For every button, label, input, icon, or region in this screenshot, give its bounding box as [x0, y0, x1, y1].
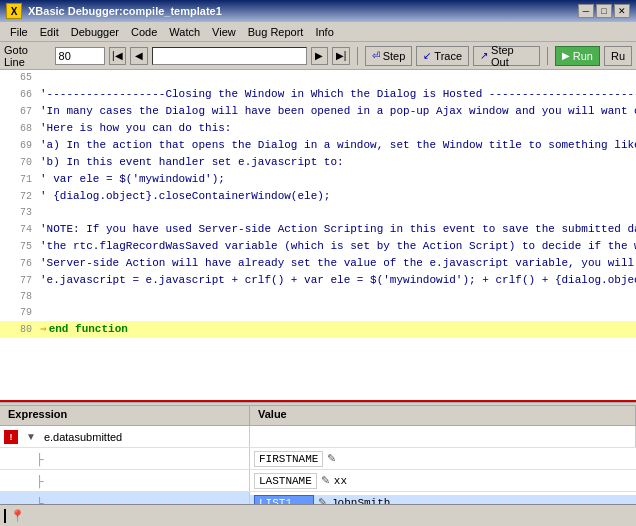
- watch-subrow-left-firstname: ├: [0, 448, 250, 469]
- watch-header: Expression Value: [0, 406, 636, 426]
- nav-prev-button[interactable]: ◀: [130, 47, 148, 65]
- goto-section: Goto Line: [4, 44, 105, 68]
- watch-subrow-lastname: ├ LASTNAME ✎ xx: [0, 470, 636, 492]
- trace-button[interactable]: ↙ Trace: [416, 46, 469, 66]
- menu-code[interactable]: Code: [125, 24, 163, 40]
- watch-row-0: ! ▼ e.datasubmitted: [0, 426, 636, 448]
- sep1: [357, 47, 358, 65]
- watch-val-list1: JohnSmith: [331, 497, 390, 505]
- arrow-marker: ⇒: [40, 321, 47, 337]
- window-title: XBasic Debugger:compile_template1: [28, 5, 572, 17]
- watch-key-firstname: FIRSTNAME: [254, 451, 323, 467]
- watch-val-0: [250, 426, 636, 447]
- status-bar: 📍: [0, 504, 636, 526]
- menu-bar: File Edit Debugger Code Watch View Bug R…: [0, 22, 636, 42]
- tree-indent-icon: ├: [36, 453, 44, 465]
- edit-lastname-icon[interactable]: ✎: [321, 474, 330, 487]
- menu-watch[interactable]: Watch: [163, 24, 206, 40]
- edit-list1-icon[interactable]: ✎: [318, 496, 327, 504]
- watch-subrow-left-lastname: ├: [0, 470, 250, 491]
- watch-expr-text-0: e.datasubmitted: [44, 431, 122, 443]
- code-line-72: 72 ' {dialog.object}.closeContainerWindo…: [0, 188, 636, 205]
- watch-error-icon: !: [4, 430, 18, 444]
- code-line-69: 69 'a) In the action that opens the Dial…: [0, 137, 636, 154]
- watch-table: ! ▼ e.datasubmitted ├ FIRSTNAME ✎: [0, 426, 636, 504]
- nav-last-button[interactable]: ▶|: [332, 47, 350, 65]
- watch-key-lastname: LASTNAME: [254, 473, 317, 489]
- code-line-77: 77 'e.javascript = e.javascript + crlf()…: [0, 272, 636, 289]
- col-header-value: Value: [250, 406, 636, 425]
- code-line-79: 79: [0, 305, 636, 321]
- menu-edit[interactable]: Edit: [34, 24, 65, 40]
- watch-val-lastname: xx: [334, 475, 347, 487]
- watch-subrow-list1: └ LIST1 ✎ JohnSmith: [0, 492, 636, 504]
- code-line-73: 73: [0, 205, 636, 221]
- nav-input[interactable]: [152, 47, 307, 65]
- watch-expr-0: ! ▼ e.datasubmitted: [0, 426, 250, 447]
- cursor-icon: 📍: [10, 509, 25, 523]
- goto-input[interactable]: [55, 47, 105, 65]
- code-line-74: 74 'NOTE: If you have used Server-side A…: [0, 221, 636, 238]
- step-icon: ⏎: [372, 50, 380, 61]
- menu-info[interactable]: Info: [309, 24, 339, 40]
- code-line-68: 68 'Here is how you can do this:: [0, 120, 636, 137]
- tree-indent-icon-2: ├: [36, 475, 44, 487]
- code-line-70: 70 'b) In this event handler set e.javas…: [0, 154, 636, 171]
- code-line-76: 76 'Server-side Action will have already…: [0, 255, 636, 272]
- toolbar: Goto Line |◀ ◀ ▶ ▶| ⏎ Step ↙ Trace ↗ Ste…: [0, 42, 636, 70]
- run-button[interactable]: ▶ Run: [555, 46, 600, 66]
- run2-button[interactable]: Ru: [604, 46, 632, 66]
- code-line-75: 75 'the rtc.flagRecordWasSaved variable …: [0, 238, 636, 255]
- code-line-65: 65: [0, 70, 636, 86]
- step-button[interactable]: ⏎ Step: [365, 46, 413, 66]
- cursor-blink: [4, 509, 6, 523]
- code-line-66: 66 '------------------Closing the Window…: [0, 86, 636, 103]
- trace-icon: ↙: [423, 50, 431, 61]
- col-header-expression: Expression: [0, 406, 250, 425]
- watch-subrow-right-list1: LIST1 ✎ JohnSmith: [250, 495, 636, 505]
- menu-debugger[interactable]: Debugger: [65, 24, 125, 40]
- watch-panel: Expression Value ! ▼ e.datasubmitted: [0, 406, 636, 526]
- minimize-button[interactable]: ─: [578, 4, 594, 18]
- tree-indent-icon-3: └: [36, 497, 44, 505]
- code-line-78: 78: [0, 289, 636, 305]
- maximize-button[interactable]: □: [596, 4, 612, 18]
- code-editor[interactable]: 65 66 '------------------Closing the Win…: [0, 70, 636, 402]
- code-line-80: 80 ⇒ end function: [0, 321, 636, 338]
- run-icon: ▶: [562, 50, 570, 61]
- watch-subrow-right-lastname: LASTNAME ✎ xx: [250, 473, 636, 489]
- step-out-icon: ↗: [480, 50, 488, 61]
- sep2: [547, 47, 548, 65]
- watch-key-list1: LIST1: [254, 495, 314, 505]
- main-container: 65 66 '------------------Closing the Win…: [0, 70, 636, 526]
- nav-next-button[interactable]: ▶: [311, 47, 329, 65]
- code-line-71: 71 ' var ele = $('mywindowid');: [0, 171, 636, 188]
- window-controls: ─ □ ✕: [578, 4, 630, 18]
- menu-view[interactable]: View: [206, 24, 242, 40]
- nav-first-button[interactable]: |◀: [109, 47, 127, 65]
- title-bar: X XBasic Debugger:compile_template1 ─ □ …: [0, 0, 636, 22]
- code-content: 65 66 '------------------Closing the Win…: [0, 70, 636, 400]
- menu-file[interactable]: File: [4, 24, 34, 40]
- menu-bugreport[interactable]: Bug Report: [242, 24, 310, 40]
- code-line-67: 67 'In many cases the Dialog will have b…: [0, 103, 636, 120]
- close-button[interactable]: ✕: [614, 4, 630, 18]
- expand-icon[interactable]: ▼: [26, 431, 36, 442]
- watch-subrow-left-list1: └: [0, 492, 250, 504]
- watch-subrow-right-firstname: FIRSTNAME ✎: [250, 451, 636, 467]
- goto-label: Goto Line: [4, 44, 49, 68]
- step-out-button[interactable]: ↗ Step Out: [473, 46, 540, 66]
- watch-subrow-firstname: ├ FIRSTNAME ✎: [0, 448, 636, 470]
- edit-firstname-icon[interactable]: ✎: [327, 452, 336, 465]
- app-icon: X: [6, 3, 22, 19]
